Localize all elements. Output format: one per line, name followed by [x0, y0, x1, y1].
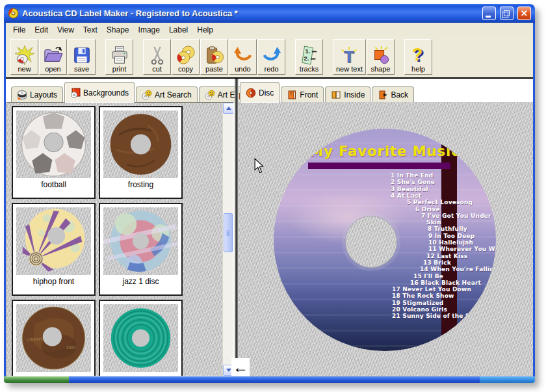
- inside-icon: [331, 90, 341, 100]
- thumbnail-hiphop-front[interactable]: hiphop front: [12, 203, 96, 296]
- menu-item-help[interactable]: Help: [192, 24, 218, 36]
- menu-item-view[interactable]: View: [53, 24, 79, 36]
- thumbnail-row3-1[interactable]: LIBERTY1987: [12, 300, 96, 376]
- menu-item-shape[interactable]: Shape: [102, 24, 134, 36]
- disc-title-underline[interactable]: [308, 163, 450, 169]
- label-canvas[interactable]: My Favorite Music 1 In The End2 She's Go…: [239, 102, 533, 376]
- menu-item-edit[interactable]: Edit: [30, 24, 53, 36]
- app-window: Acoustica CD Label Maker - Registered to…: [4, 4, 535, 383]
- toolbar-button-shape[interactable]: shape: [367, 39, 395, 75]
- toolbar-button-paste[interactable]: paste: [200, 39, 228, 75]
- toolbar-button-label: help: [411, 65, 425, 73]
- menu-item-text[interactable]: Text: [79, 24, 102, 36]
- window-body: FileEditViewTextShapeImageLabelHelp newo…: [4, 23, 535, 376]
- window-title: Acoustica CD Label Maker - Registered to…: [22, 8, 478, 18]
- toolbar-button-new[interactable]: new: [10, 39, 38, 75]
- toolbar-button-label: paste: [205, 65, 223, 73]
- track-line: 9 In Too Deep: [428, 233, 474, 239]
- thumbnail-label: football: [13, 180, 94, 189]
- thumbnail-football[interactable]: football: [12, 106, 96, 199]
- toolbar-button-help[interactable]: ??help: [404, 39, 432, 75]
- menu-item-image[interactable]: Image: [134, 24, 164, 36]
- track-line: 21 Sunny Side of the Street: [392, 313, 487, 319]
- toolbar-group: TTnew textshape: [333, 39, 395, 75]
- toolbar: newopensaveprintcutcopypasteundoredo1.2.…: [6, 36, 533, 77]
- toolbar-button-undo[interactable]: undo: [229, 39, 257, 75]
- save-icon: [72, 46, 92, 65]
- track-line: 5 Perfect Lovesong: [407, 199, 473, 205]
- panel-tab-art-search[interactable]: Art Search: [136, 86, 198, 103]
- toolbar-group: ??help: [404, 39, 433, 75]
- new-icon: [15, 46, 34, 65]
- toolbar-button-tracks[interactable]: 1.2.tracks: [295, 39, 323, 75]
- track-line: 11 Wherever You Will Go: [428, 246, 496, 252]
- open-icon: [44, 46, 63, 65]
- tab-label: Inside: [344, 90, 365, 99]
- toolbar-button-label: new text: [336, 65, 363, 73]
- toolbar-group: print: [105, 39, 134, 75]
- scroll-thumb[interactable]: [224, 213, 233, 252]
- minimize-button[interactable]: [482, 7, 496, 20]
- toolbar-button-copy[interactable]: copy: [172, 39, 200, 75]
- back-arrow-annotation: ←: [231, 358, 250, 376]
- restore-icon: [504, 10, 510, 16]
- toolbar-button-redo[interactable]: redo: [257, 39, 285, 75]
- track-line: 10 Hallelujah: [428, 239, 473, 246]
- panel-tab-backgrounds[interactable]: Backgrounds: [64, 82, 135, 103]
- arrow-up-icon: [226, 107, 231, 110]
- svg-text:1.: 1.: [305, 48, 310, 55]
- toolbar-button-save[interactable]: save: [68, 39, 96, 75]
- menu-item-label[interactable]: Label: [164, 24, 192, 36]
- toolbar-button-print[interactable]: print: [105, 39, 133, 75]
- track-line: 15 I'll Be: [413, 273, 443, 280]
- scroll-up-button[interactable]: [223, 103, 234, 114]
- restore-button[interactable]: [500, 7, 514, 20]
- workspace: LayoutsBackgroundsArt SearchArt Explore …: [6, 79, 533, 376]
- track-line: 19 Stigmatized: [392, 300, 443, 306]
- toolbar-button-label: save: [74, 65, 89, 73]
- toolbar-button-open[interactable]: open: [39, 39, 67, 75]
- cut-icon: [148, 46, 167, 65]
- track-line: 7 I've Got You Under My: [421, 213, 496, 219]
- track-line: 2 She's Gone: [391, 179, 435, 185]
- tracks-icon: 1.2.: [300, 46, 319, 65]
- help-icon: ??: [408, 46, 428, 65]
- art-search-icon: [142, 90, 152, 100]
- thumbnail-row3-2[interactable]: [99, 300, 183, 376]
- page-tab-back[interactable]: Back: [372, 86, 414, 103]
- front-icon: [287, 90, 297, 100]
- toolbar-button-cut[interactable]: cut: [143, 39, 171, 75]
- thumbnail-label: frosting: [100, 180, 181, 189]
- toolbar-button-new-text[interactable]: TTnew text: [333, 39, 366, 75]
- thumbnail-image: [103, 111, 178, 178]
- disc-title-text[interactable]: My Favorite Music: [274, 144, 496, 159]
- title-bar[interactable]: Acoustica CD Label Maker - Registered to…: [4, 4, 535, 23]
- thumbnail-jazz-1-disc[interactable]: jazz 1 disc: [99, 203, 183, 296]
- toolbar-button-label: undo: [235, 65, 250, 73]
- backgrounds-icon: [70, 88, 81, 98]
- toolbar-group: newopensave: [10, 39, 96, 75]
- cd-disc[interactable]: My Favorite Music 1 In The End2 She's Go…: [274, 129, 496, 351]
- tab-label: Disc: [259, 88, 274, 98]
- panel-tab-layouts[interactable]: Layouts: [11, 86, 63, 103]
- app-icon: [8, 8, 19, 19]
- svg-text:T: T: [344, 48, 354, 65]
- thumbnail-image: [16, 207, 91, 275]
- track-line: 14 When You're Falling: [420, 266, 496, 272]
- track-line: 1 In The End: [391, 172, 433, 179]
- tab-label: Front: [300, 90, 318, 99]
- page-tab-disc[interactable]: Disc: [240, 82, 280, 103]
- track-line: 20 Volcano Girls: [392, 306, 447, 313]
- menu-item-file[interactable]: File: [8, 24, 30, 36]
- track-line: 13 Brick: [423, 259, 451, 266]
- page-tab-front[interactable]: Front: [281, 86, 324, 103]
- tab-label: Backgrounds: [83, 88, 129, 98]
- page-tab-strip: DiscFrontInsideBack: [240, 81, 415, 103]
- thumbnail-image: [103, 304, 178, 372]
- page-tab-inside[interactable]: Inside: [325, 86, 370, 103]
- mouse-cursor: [254, 158, 264, 173]
- minimize-icon: [486, 16, 491, 18]
- close-button[interactable]: ✕: [517, 7, 531, 20]
- thumbnail-frosting[interactable]: frosting: [99, 106, 183, 199]
- panel-scrollbar[interactable]: [222, 103, 233, 376]
